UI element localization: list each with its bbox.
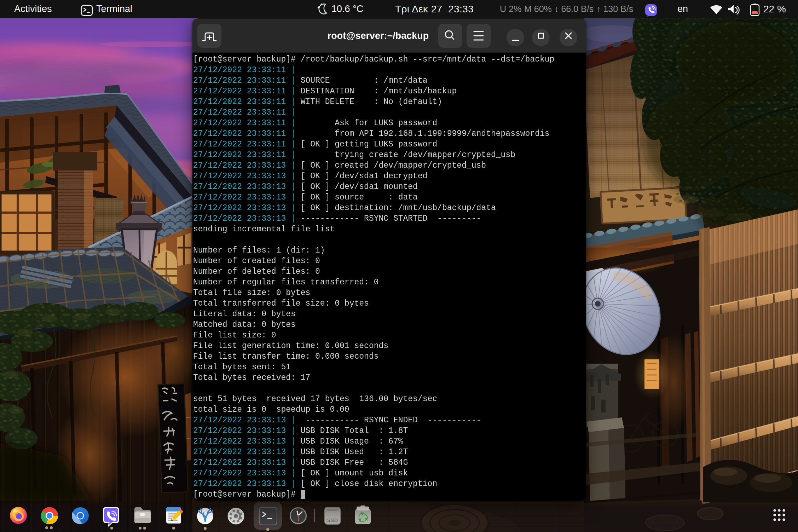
svg-text:SSD: SSD bbox=[327, 517, 338, 523]
